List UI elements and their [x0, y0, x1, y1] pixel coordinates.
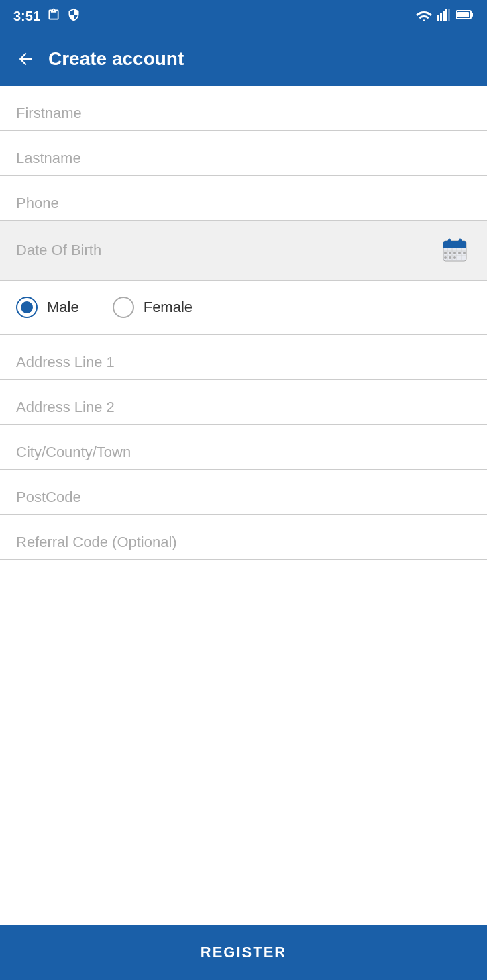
phone-field — [0, 176, 487, 221]
dob-placeholder: Date Of Birth — [16, 242, 101, 259]
lastname-input[interactable] — [16, 150, 471, 170]
status-left: 3:51 — [13, 8, 80, 24]
firstname-input[interactable] — [16, 105, 471, 125]
svg-rect-0 — [437, 15, 439, 21]
dob-field[interactable]: Date Of Birth — [0, 221, 487, 281]
register-button[interactable]: REGISTER — [0, 925, 487, 980]
phone-input[interactable] — [16, 195, 471, 215]
status-bar: 3:51 — [0, 0, 487, 32]
calendar-icon — [439, 234, 471, 266]
address1-input[interactable] — [16, 354, 471, 374]
gender-field: Male Female — [0, 281, 487, 335]
signal-icon — [437, 9, 451, 24]
male-radio[interactable]: Male — [16, 297, 79, 318]
svg-point-22 — [444, 256, 447, 259]
male-radio-circle — [16, 297, 38, 318]
address2-input[interactable] — [16, 399, 471, 419]
male-label: Male — [47, 299, 79, 316]
address1-field — [0, 335, 487, 380]
app-bar: Create account — [0, 32, 487, 86]
svg-point-23 — [449, 256, 451, 259]
referral-field — [0, 515, 487, 560]
wifi-icon — [416, 9, 432, 24]
firstname-field — [0, 86, 487, 131]
battery-icon — [456, 9, 474, 23]
svg-point-24 — [453, 256, 456, 259]
male-radio-inner — [21, 301, 33, 313]
svg-rect-4 — [448, 9, 450, 21]
lastname-field — [0, 131, 487, 176]
svg-rect-10 — [443, 244, 466, 248]
female-radio[interactable]: Female — [113, 297, 193, 318]
page-title: Create account — [48, 48, 184, 70]
svg-point-20 — [458, 252, 461, 254]
referral-input[interactable] — [16, 534, 471, 554]
spacer — [0, 560, 487, 925]
svg-rect-6 — [471, 13, 473, 17]
svg-point-19 — [453, 252, 456, 254]
svg-rect-25 — [448, 239, 451, 244]
shield-icon — [67, 8, 80, 24]
svg-rect-26 — [459, 239, 462, 244]
svg-rect-3 — [445, 9, 447, 21]
clipboard-icon — [47, 8, 60, 24]
svg-point-17 — [444, 252, 447, 254]
svg-rect-7 — [457, 12, 469, 17]
svg-rect-1 — [440, 13, 442, 21]
female-label: Female — [144, 299, 193, 316]
female-radio-circle — [113, 297, 134, 318]
city-field — [0, 425, 487, 470]
svg-point-21 — [463, 252, 466, 254]
address2-field — [0, 380, 487, 425]
postcode-input[interactable] — [16, 489, 471, 509]
city-input[interactable] — [16, 444, 471, 464]
status-time: 3:51 — [13, 9, 40, 24]
svg-point-18 — [449, 252, 451, 254]
svg-rect-2 — [443, 11, 445, 21]
back-button[interactable] — [16, 50, 35, 68]
form-content: Date Of Birth — [0, 86, 487, 980]
status-right — [416, 9, 474, 24]
postcode-field — [0, 470, 487, 515]
